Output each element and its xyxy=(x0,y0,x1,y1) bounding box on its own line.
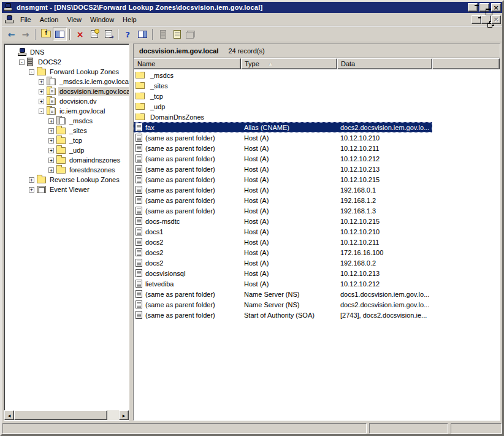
expand-icon[interactable]: + xyxy=(48,148,54,153)
record-row[interactable]: (same as parent folder)Host (A)10.12.10.… xyxy=(134,164,500,174)
tree-item-docs2[interactable]: -DOCS2 xyxy=(6,57,129,67)
expand-icon[interactable]: + xyxy=(48,138,54,143)
record-data: 192.168.1.2 xyxy=(337,197,432,204)
record-row[interactable]: docs1Host (A)10.12.10.210 xyxy=(134,226,500,237)
record-row[interactable]: (same as parent folder)Start of Authorit… xyxy=(134,310,500,320)
tree-item-docsvision-iem-gov-local[interactable]: +docsvision.iem.gov.local xyxy=(6,86,129,96)
record-row[interactable]: lietvedibaHost (A)10.12.10.212 xyxy=(134,278,500,289)
folder-icon xyxy=(136,113,145,120)
scroll-right-button[interactable]: ▶ xyxy=(119,410,129,420)
record-row-selected[interactable]: faxAlias (CNAME)docs2.docsvision.iem.gov… xyxy=(134,122,432,132)
up-one-level-button[interactable] xyxy=(39,28,53,41)
tree-item-forward-lookup-zones[interactable]: -Forward Lookup Zones xyxy=(6,67,129,77)
record-row[interactable]: _tcp xyxy=(134,91,500,101)
tree-item-ic-iem-gov-local[interactable]: -ic.iem.gov.local xyxy=(6,106,129,116)
expand-icon[interactable]: + xyxy=(39,79,44,85)
delete-button[interactable]: × xyxy=(73,28,87,41)
record-row[interactable]: (same as parent folder)Host (A)10.12.10.… xyxy=(134,153,500,164)
tree-item-domaindnszones[interactable]: +domaindnszones xyxy=(6,155,129,165)
toolbar: ←→× xyxy=(2,26,502,42)
tree-item-msdcs-ic-iem-gov-local[interactable]: +_msdcs.ic.iem.gov.local xyxy=(6,77,129,86)
collapse-icon[interactable]: - xyxy=(39,109,44,114)
child-minimize-button[interactable] xyxy=(472,15,481,24)
help-button[interactable] xyxy=(121,28,136,41)
tree-item-docvision-dv[interactable]: +docvision.dv xyxy=(6,96,129,106)
tree-item-event-viewer[interactable]: +Event Viewer xyxy=(6,185,129,194)
tree-item-msdcs[interactable]: +_msdcs xyxy=(6,116,129,126)
tree-horizontal-scrollbar[interactable]: ◀ ▶ xyxy=(4,410,129,420)
record-row[interactable]: (same as parent folder)Host (A)10.12.10.… xyxy=(134,174,500,185)
record-row[interactable]: _sites xyxy=(134,80,500,91)
collapse-icon[interactable]: - xyxy=(19,59,25,65)
tree-item-label: DNS xyxy=(29,48,45,56)
record-row[interactable]: docs2Host (A)172.16.16.100 xyxy=(134,247,500,258)
zonegray-icon xyxy=(47,78,56,85)
record-row[interactable]: _msdcs xyxy=(134,70,500,80)
menu-view[interactable]: View xyxy=(63,14,86,25)
child-restore-button[interactable] xyxy=(481,15,491,24)
menu-file[interactable]: File xyxy=(16,14,36,25)
minimize-button[interactable] xyxy=(468,3,478,12)
forward-button[interactable]: → xyxy=(18,28,32,41)
tree-item-dns[interactable]: DNS xyxy=(6,47,129,57)
event-icon xyxy=(37,186,46,193)
record-type: Host (A) xyxy=(241,207,337,215)
child-close-button[interactable]: × xyxy=(491,15,501,24)
record-type: Host (A) xyxy=(241,228,337,235)
tree-item-reverse-lookup-zones[interactable]: +Reverse Lookup Zones xyxy=(6,175,129,185)
maximize-button[interactable] xyxy=(479,3,489,12)
scroll-left-button[interactable]: ◀ xyxy=(4,410,14,420)
expand-icon[interactable]: + xyxy=(48,167,54,173)
server-button[interactable] xyxy=(156,28,170,41)
record-type: Host (A) xyxy=(241,166,337,173)
tree-item-sites[interactable]: +_sites xyxy=(6,126,129,136)
expand-icon[interactable]: + xyxy=(29,177,34,183)
expand-icon[interactable]: + xyxy=(48,158,54,163)
record-data: 192.168.0.2 xyxy=(337,259,432,267)
layered-windows-button[interactable] xyxy=(184,28,198,41)
properties-button[interactable] xyxy=(87,28,101,41)
record-row[interactable]: (same as parent folder)Host (A)192.168.0… xyxy=(134,185,500,195)
record-row[interactable]: (same as parent folder)Host (A)10.12.10.… xyxy=(134,132,500,143)
expand-icon[interactable]: + xyxy=(29,187,34,193)
show-console-tree-button[interactable] xyxy=(53,28,67,41)
record-row[interactable]: DomainDnsZones xyxy=(134,112,500,122)
record-row[interactable]: docs2Host (A)192.168.0.2 xyxy=(134,258,500,268)
record-row[interactable]: docs2Host (A)10.12.10.211 xyxy=(134,237,500,247)
collapse-icon[interactable]: - xyxy=(29,69,34,75)
tree-item-tcp[interactable]: +_tcp xyxy=(6,136,129,145)
column-header-data[interactable]: Data xyxy=(337,58,432,69)
record-row[interactable]: docs-msdtcHost (A)10.12.10.215 xyxy=(134,216,500,226)
show-detail-pane-button[interactable] xyxy=(136,28,150,41)
back-button[interactable]: ← xyxy=(4,28,18,41)
expand-icon[interactable]: + xyxy=(48,118,54,124)
record-icon xyxy=(136,134,142,142)
record-row[interactable]: (same as parent folder)Host (A)192.168.1… xyxy=(134,195,500,205)
menu-window[interactable]: Window xyxy=(86,14,118,25)
close-button[interactable]: × xyxy=(491,3,501,12)
tree-item-udp[interactable]: +_udp xyxy=(6,145,129,155)
record-row[interactable]: _udp xyxy=(134,101,500,112)
record-row[interactable]: (same as parent folder)Host (A)192.168.1… xyxy=(134,205,500,216)
tree-item-forestdnszones[interactable]: +forestdnszones xyxy=(6,165,129,175)
server-icon xyxy=(27,58,33,66)
column-header-type[interactable]: Type▲ xyxy=(241,58,337,69)
column-header-empty[interactable] xyxy=(432,58,500,69)
menu-action[interactable]: Action xyxy=(36,14,63,25)
expand-icon[interactable]: + xyxy=(39,89,44,94)
column-header-name[interactable]: Name xyxy=(134,58,241,69)
expand-icon[interactable]: + xyxy=(39,99,44,104)
record-icon xyxy=(136,269,142,277)
scroll-thumb[interactable] xyxy=(14,410,107,420)
scroll-track[interactable] xyxy=(107,410,119,420)
clipboard-button[interactable] xyxy=(170,28,184,41)
export-list-button[interactable] xyxy=(101,28,115,41)
record-row[interactable]: docsvisionsqlHost (A)10.12.10.213 xyxy=(134,268,500,278)
expand-icon[interactable]: + xyxy=(48,128,54,134)
menu-help[interactable]: Help xyxy=(118,14,141,25)
record-row[interactable]: (same as parent folder)Name Server (NS)d… xyxy=(134,289,500,299)
title-bar: dnsmgmt - [DNS\DOCS2\Forward Lookup Zone… xyxy=(2,2,502,13)
record-row[interactable]: (same as parent folder)Name Server (NS)d… xyxy=(134,299,500,310)
record-icon xyxy=(136,165,142,173)
record-row[interactable]: (same as parent folder)Host (A)10.12.10.… xyxy=(134,143,500,153)
